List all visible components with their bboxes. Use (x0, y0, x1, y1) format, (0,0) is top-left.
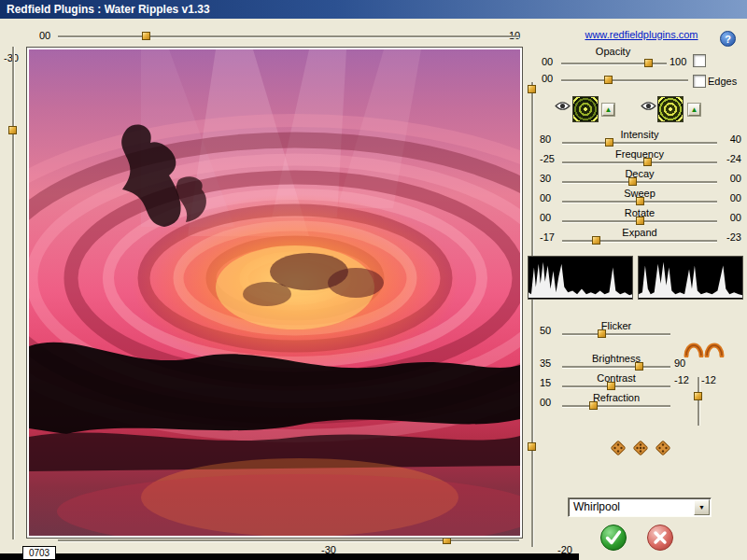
expand-left-value: -17 (540, 231, 560, 243)
top-pan-slider-track[interactable] (58, 35, 519, 38)
slider-row-decay: 30 Decay 00 (540, 169, 741, 189)
eye-icon-2[interactable] (641, 101, 656, 111)
refraction-value: 00 (540, 397, 560, 408)
waveform-graph-right (639, 257, 742, 299)
left-pan-slider-handle[interactable] (8, 126, 17, 134)
help-icon[interactable]: ? (720, 31, 736, 47)
refraction-slider-track[interactable] (562, 405, 670, 408)
texture-load-button-1[interactable]: ▲ (602, 104, 614, 116)
decay-left-value: 30 (540, 173, 560, 184)
sweep-left-value: 00 (540, 192, 560, 203)
bottom-strip (0, 553, 579, 560)
up-arrow-icon-2: ▲ (691, 105, 698, 115)
edges-checkbox[interactable] (693, 75, 706, 88)
frequency-slider-track[interactable] (562, 161, 717, 164)
preset-dropdown-value: Whirlpool (573, 500, 620, 513)
flicker-label: Flicker (562, 320, 670, 331)
depth-slider-track[interactable] (698, 377, 700, 426)
opacity-label: Opacity (560, 46, 666, 57)
slider-row-brightness: 35 Brightness (540, 354, 680, 373)
decay-right-value: 00 (719, 173, 741, 184)
divider-slider-handle-bottom[interactable] (528, 442, 536, 451)
preview-image[interactable] (29, 49, 520, 536)
eye-icon-1[interactable] (555, 101, 571, 111)
opacity-left-value: 00 (542, 56, 553, 67)
up-arrow-icon-1: ▲ (605, 105, 613, 115)
brightness-slider-track[interactable] (562, 366, 670, 369)
edges-label: Edges (708, 76, 737, 87)
frequency-right-value: -24 (719, 153, 741, 164)
frequency-left-value: -25 (540, 153, 560, 164)
dropdown-arrow-button[interactable]: ▼ (694, 499, 710, 515)
depth-right-value: -12 (701, 374, 716, 385)
slider-row-sweep: 00 Sweep 00 (540, 189, 741, 208)
cancel-button[interactable] (646, 524, 674, 552)
flicker-value: 50 (540, 325, 560, 336)
refraction-label: Refraction (562, 392, 670, 403)
frequency-slider-handle[interactable] (643, 158, 652, 166)
expand-right-value: -23 (719, 231, 741, 243)
decay-slider-handle[interactable] (628, 177, 637, 186)
contrast-slider-handle[interactable] (607, 382, 615, 390)
arch-icon-right[interactable] (707, 345, 722, 356)
flicker-slider-handle[interactable] (598, 329, 606, 338)
intensity-label: Intensity (562, 129, 717, 140)
brightness-right-value: 90 (674, 357, 685, 369)
expand-slider-track[interactable] (562, 240, 717, 243)
intensity-slider-track[interactable] (562, 142, 717, 145)
layer2-slider-track[interactable] (561, 79, 688, 82)
title-bar[interactable]: Redfield Plugins : Water Ripples v1.33 (0, 0, 747, 19)
contrast-slider-track[interactable] (562, 385, 670, 388)
plugin-window: Redfield Plugins : Water Ripples v1.33 0… (0, 0, 747, 560)
brightness-value: 35 (540, 357, 560, 369)
intensity-slider-handle[interactable] (605, 138, 613, 147)
opacity-slider-handle[interactable] (644, 59, 653, 67)
website-link[interactable]: www.redfieldplugins.com (571, 29, 712, 40)
left-pan-slider-track[interactable] (12, 47, 15, 539)
left-slider-value: -30 (4, 52, 19, 63)
opacity-checkbox[interactable] (693, 54, 706, 67)
decay-label: Decay (562, 168, 717, 179)
depth-left-value: -12 (674, 374, 689, 385)
waveform-display-left (528, 256, 633, 300)
texture-thumbnail-2[interactable] (657, 96, 684, 122)
random-dice-button-1[interactable] (610, 440, 627, 456)
layer2-slider-handle[interactable] (604, 76, 613, 84)
texture-load-button-2[interactable]: ▲ (688, 104, 700, 116)
arch-icon-left[interactable] (686, 345, 701, 356)
slider-row-flicker: 50 Flicker (540, 321, 680, 341)
slider-row-refraction: 00 Refraction (540, 393, 680, 413)
preset-dropdown[interactable]: Whirlpool ▼ (568, 497, 712, 517)
rotate-left-value: 00 (540, 212, 560, 223)
waveform-display-right (638, 256, 743, 300)
waveform-graph-left (529, 257, 632, 299)
top-slider-left-value: 00 (39, 30, 50, 41)
divider-slider-track[interactable] (531, 82, 534, 547)
refraction-slider-handle[interactable] (589, 401, 598, 410)
flicker-slider-track[interactable] (562, 333, 670, 336)
texture-thumbnail-1[interactable] (572, 96, 599, 122)
random-dice-button-2[interactable] (632, 440, 649, 456)
window-title: Redfield Plugins : Water Ripples v1.33 (0, 3, 210, 16)
decay-slider-track[interactable] (562, 181, 717, 184)
top-pan-slider-handle[interactable] (142, 32, 150, 40)
slider-row-rotate: 00 Rotate 00 (540, 208, 741, 228)
divider-slider-handle-top[interactable] (528, 85, 536, 93)
ok-button[interactable] (599, 524, 627, 552)
brightness-slider-handle[interactable] (635, 362, 643, 371)
expand-slider-handle[interactable] (592, 236, 600, 245)
rotate-slider-handle[interactable] (636, 217, 644, 225)
rotate-right-value: 00 (719, 212, 741, 223)
layer2-value: 00 (542, 73, 553, 84)
sweep-slider-handle[interactable] (636, 197, 644, 205)
sweep-right-value: 00 (719, 192, 741, 203)
expand-label: Expand (562, 227, 717, 238)
slider-row-intensity: 80 Intensity 40 (540, 130, 741, 149)
intensity-right-value: 40 (719, 133, 741, 145)
random-dice-button-3[interactable] (655, 440, 671, 456)
depth-slider-handle[interactable] (694, 392, 702, 400)
wave-arch-icons[interactable] (683, 337, 726, 357)
slider-row-expand: -17 Expand -23 (540, 228, 741, 247)
brightness-label: Brightness (562, 353, 670, 364)
frequency-label: Frequency (562, 148, 717, 160)
